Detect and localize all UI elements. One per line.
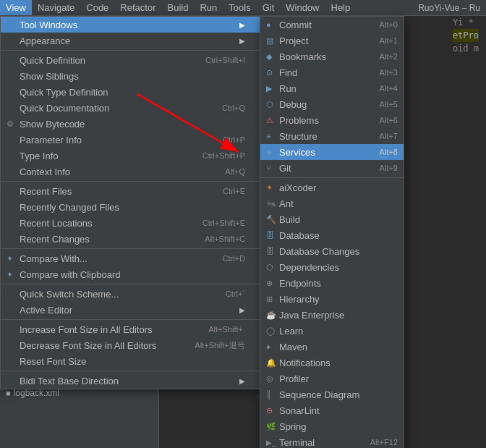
shortcut-label: Ctrl+P [223,135,245,144]
menu-item-compare-clipboard[interactable]: ✦ Compare with Clipboard [1,266,260,282]
submenu-item-run[interactable]: ▶ Run Alt+4 [260,80,404,96]
submenu-item-database[interactable]: 🗄 Database [260,227,404,243]
submenu-item-label: Find [279,67,377,78]
menu-separator [1,181,260,182]
submenu-item-label: Bookmarks [279,51,377,62]
menu-separator [1,284,260,284]
build-icon: 🔨 [266,215,279,224]
submenu-item-problems[interactable]: ⚠ Problems Alt+6 [260,112,404,128]
menu-refactor[interactable]: Refactor [114,0,161,15]
menu-git[interactable]: Git [257,0,281,15]
submenu-item-spring[interactable]: 🌿 Spring [260,418,404,434]
menu-item-parameter-info[interactable]: Parameter Info Ctrl+P [1,132,260,148]
submenu-item-project[interactable]: ▤ Project Alt+1 [260,33,404,48]
shortcut-label: Alt+F12 [370,438,398,447]
menu-item-type-info[interactable]: Type Info Ctrl+Shift+P [1,148,260,164]
submenu-item-database-changes[interactable]: 🗄 Database Changes [260,243,404,259]
dependencies-icon: ⬡ [266,263,279,272]
shortcut-label: Ctrl+E [223,187,245,195]
submenu-item-sequence-diagram[interactable]: ║ Sequence Diagram [260,386,404,402]
menu-item-bidi-text[interactable]: Bidi Text Base Direction ▶ [1,373,260,389]
menu-help[interactable]: Help [325,0,357,15]
submenu-item-label: SonarLint [279,405,398,416]
menu-item-recently-changed[interactable]: Recently Changed Files [1,199,260,215]
shortcut-label: Ctrl+Shift+I [205,56,245,64]
menu-item-quick-type-def[interactable]: Quick Type Definition [1,84,260,100]
submenu-item-endpoints[interactable]: ⊕ Endpoints [260,275,404,291]
menu-item-active-editor[interactable]: Active Editor ▶ [1,302,260,318]
submenu-item-label: Endpoints [279,278,398,289]
menu-item-context-info[interactable]: Context Info Alt+Q [1,164,260,179]
shortcut-label: Alt+5 [380,100,398,109]
submenu-arrow-icon: ▶ [239,377,245,385]
submenu-item-label: Ant [279,198,398,209]
menu-window[interactable]: Window [280,0,325,15]
shortcut-label: Alt+Shift+. [208,325,245,334]
menu-item-recent-changes[interactable]: Recent Changes Alt+Shift+C [1,231,260,247]
menu-item-label: Show Siblings [20,71,245,82]
shortcut-label: Alt+9 [380,164,398,172]
menu-run[interactable]: Run [194,0,223,15]
menu-item-reset-font[interactable]: Reset Font Size [1,353,260,369]
shortcut-label: Alt+6 [380,116,398,124]
menu-separator [1,248,260,249]
menu-view[interactable]: View [0,0,32,15]
submenu-item-notifications[interactable]: 🔔 Notifications [260,355,404,371]
submenu-item-hierarchy[interactable]: ⊞ Hierarchy [260,291,404,307]
menu-item-quick-switch[interactable]: Quick Switch Scheme... Ctrl+` [1,286,260,302]
menu-tools[interactable]: Tools [223,0,256,15]
submenu-item-terminal[interactable]: ▶_ Terminal Alt+F12 [260,434,404,448]
hierarchy-icon: ⊞ [266,295,279,304]
menu-separator [1,319,260,320]
menu-item-quick-doc[interactable]: Quick Documentation Ctrl+Q [1,100,260,116]
view-menu-dropdown: Tool Windows ▶ Appearance ▶ Quick Defini… [0,16,260,389]
submenu-item-maven[interactable]: ♦ Maven [260,339,404,355]
menu-item-recent-locations[interactable]: Recent Locations Ctrl+Shift+E [1,215,260,231]
submenu-item-debug[interactable]: ⬡ Debug Alt+5 [260,96,404,112]
shortcut-label: Alt+8 [380,148,398,156]
submenu-item-dependencies[interactable]: ⬡ Dependencies [260,259,404,275]
bookmarks-icon: ◆ [266,52,279,62]
submenu-item-java-enterprise[interactable]: ☕ Java Enterprise [260,307,404,323]
menu-item-appearance[interactable]: Appearance ▶ [1,33,260,48]
submenu-item-label: Spring [279,421,398,432]
menu-item-label: Recent Locations [20,218,188,229]
menu-item-compare-with[interactable]: ✦ Compare With... Ctrl+D [1,250,260,266]
submenu-item-sonarlint[interactable]: ⊖ SonarLint [260,402,404,418]
menu-code[interactable]: Code [80,0,114,15]
menu-item-label: Quick Switch Scheme... [20,289,211,300]
submenu-arrow-icon: ▶ [239,306,245,314]
submenu-item-commit[interactable]: ● Commit Alt+0 [260,17,404,33]
menu-navigate[interactable]: Navigate [32,0,80,15]
shortcut-label: Alt+0 [380,20,398,29]
submenu-item-label: Project [279,35,377,46]
submenu-item-bookmarks[interactable]: ◆ Bookmarks Alt+2 [260,48,404,64]
submenu-item-build[interactable]: 🔨 Build [260,211,404,227]
submenu-item-profiler[interactable]: ◎ Profiler [260,371,404,386]
maven-icon: ♦ [266,342,279,351]
menu-bar: View Navigate Code Refactor Build Run To… [0,0,486,16]
menu-item-decrease-font[interactable]: Decrease Font Size in All Editors Alt+Sh… [1,337,260,353]
submenu-item-find[interactable]: ⊙ Find Alt+3 [260,64,404,80]
submenu-item-aixcoder[interactable]: ✦ aiXcoder [260,179,404,195]
menu-item-recent-files[interactable]: Recent Files Ctrl+E [1,183,260,199]
structure-icon: ≡ [266,132,279,140]
menu-item-show-siblings[interactable]: Show Siblings [1,68,260,84]
submenu-item-label: Debug [279,99,377,110]
submenu-item-learn[interactable]: ◯ Learn [260,323,404,339]
submenu-item-git[interactable]: ⑂ Git Alt+9 [260,160,404,176]
submenu-item-services[interactable]: ◈ Services Alt+8 [260,144,404,160]
submenu-item-structure[interactable]: ≡ Structure Alt+7 [260,128,404,144]
debug-icon: ⬡ [266,100,279,109]
menu-item-tool-windows[interactable]: Tool Windows ▶ [1,17,260,33]
submenu-item-label: Commit [279,20,377,30]
menu-item-quick-definition[interactable]: Quick Definition Ctrl+Shift+I [1,52,260,68]
bytecode-icon: ⚙ [7,119,20,129]
submenu-item-label: Services [279,147,377,158]
menu-separator [1,371,260,371]
menu-item-increase-font[interactable]: Increase Font Size in All Editors Alt+Sh… [1,321,260,337]
menu-build[interactable]: Build [161,0,194,15]
menu-item-label: Bidi Text Base Direction [20,376,236,386]
submenu-item-ant[interactable]: 🐜 Ant [260,195,404,211]
menu-item-show-bytecode[interactable]: ⚙ Show Bytecode [1,116,260,132]
